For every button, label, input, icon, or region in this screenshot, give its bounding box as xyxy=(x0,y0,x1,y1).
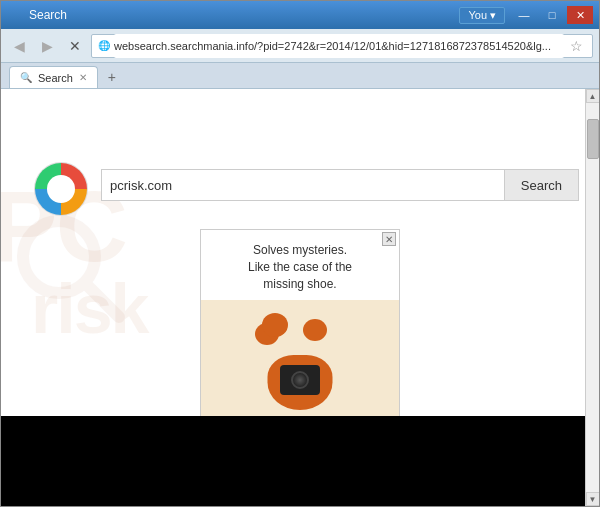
stop-reload-button[interactable]: ✕ xyxy=(63,34,87,58)
tab-favicon: 🔍 xyxy=(20,72,32,83)
ad-close-button[interactable]: ✕ xyxy=(382,232,396,246)
ad-line3: missing shoe. xyxy=(263,277,336,291)
svg-point-0 xyxy=(23,221,95,293)
page-content: PC risk Search ✕ xyxy=(1,89,599,506)
ad-box: ✕ Solves mysteries. Like the case of the… xyxy=(200,229,400,439)
ad-image xyxy=(201,300,399,420)
title-bar: Search You ▾ — □ ✕ xyxy=(1,1,599,29)
search-area: Search xyxy=(101,169,579,201)
tab-label: Search xyxy=(38,72,73,84)
user-dropdown-icon: ▾ xyxy=(490,9,496,22)
ad-text: Solves mysteries. Like the case of the m… xyxy=(201,230,399,300)
back-button[interactable]: ◀ xyxy=(7,34,31,58)
window-title: Search xyxy=(29,8,459,22)
new-tab-button[interactable]: + xyxy=(102,67,122,87)
tab-search[interactable]: 🔍 Search ✕ xyxy=(9,66,98,88)
paw-toe-3 xyxy=(303,319,327,341)
maximize-button[interactable]: □ xyxy=(539,6,565,24)
paw-graphic xyxy=(245,305,355,415)
search-logo xyxy=(31,159,91,219)
svg-line-1 xyxy=(85,283,119,317)
title-favicon xyxy=(7,7,23,23)
scrollbar: ▲ ▼ xyxy=(585,89,599,506)
search-button[interactable]: Search xyxy=(504,169,579,201)
scroll-thumb[interactable] xyxy=(587,119,599,159)
ad-line2: Like the case of the xyxy=(248,260,352,274)
camera-lens xyxy=(291,371,309,389)
tab-bar: 🔍 Search ✕ + xyxy=(1,63,599,89)
user-menu[interactable]: You ▾ xyxy=(459,7,505,24)
address-bar[interactable] xyxy=(114,34,564,58)
nav-bar: ◀ ▶ ✕ 🌐 ☆ xyxy=(1,29,599,63)
tab-close-icon[interactable]: ✕ xyxy=(79,72,87,83)
scroll-up-arrow[interactable]: ▲ xyxy=(586,89,600,103)
ad-line1: Solves mysteries. xyxy=(253,243,347,257)
forward-button[interactable]: ▶ xyxy=(35,34,59,58)
close-button[interactable]: ✕ xyxy=(567,6,593,24)
address-bar-icon: 🌐 xyxy=(98,40,110,51)
browser-window: Search You ▾ — □ ✕ ◀ ▶ ✕ 🌐 ☆ 🔍 Search ✕ … xyxy=(0,0,600,507)
watermark-magnifier xyxy=(11,209,131,329)
paw-toe-2 xyxy=(262,313,288,337)
scroll-down-arrow[interactable]: ▼ xyxy=(586,492,600,506)
bookmark-star-icon[interactable]: ☆ xyxy=(566,36,586,56)
svg-point-3 xyxy=(47,175,75,203)
search-input[interactable] xyxy=(101,169,504,201)
minimize-button[interactable]: — xyxy=(511,6,537,24)
window-controls: You ▾ — □ ✕ xyxy=(459,6,593,24)
camera-device xyxy=(280,365,320,395)
black-content-area xyxy=(1,416,585,506)
watermark-risk: risk xyxy=(31,269,148,349)
user-label: You xyxy=(468,9,487,21)
